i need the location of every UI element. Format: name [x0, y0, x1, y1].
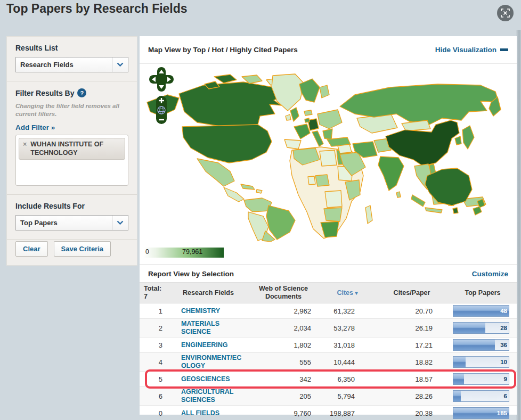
top-papers-bar-fill: [453, 374, 464, 384]
research-field-link[interactable]: ENVIRONMENT/ECOLOGY: [169, 354, 246, 370]
table-row: 4 ENVIRONMENT/ECOLOGY 555 10,444 18.82 1…: [140, 353, 517, 372]
island-tasmania[interactable]: [453, 208, 458, 213]
add-filter-link[interactable]: Add Filter »: [15, 123, 55, 131]
research-field-link[interactable]: ALL FIELDS: [169, 409, 246, 417]
top-papers-bar: 6: [453, 390, 509, 402]
top-papers-bar-fill: [453, 340, 495, 350]
country-brazil[interactable]: [266, 205, 295, 240]
page-scrollbar[interactable]: [516, 30, 521, 420]
top-papers-value: 9: [504, 374, 507, 384]
research-field-link[interactable]: AGRICULTURAL SCIENCES: [169, 388, 246, 404]
row-documents: 555: [247, 358, 320, 366]
visualization-header: Map View by Top / Hot / Highly Cited Pap…: [140, 36, 517, 64]
row-cites-per-paper: 18.57: [375, 375, 449, 383]
island-sumatra[interactable]: [411, 195, 425, 207]
region-angola-zambia[interactable]: [324, 208, 342, 221]
top-papers-value: 10: [500, 357, 507, 367]
remove-filter-icon[interactable]: ×: [23, 141, 27, 157]
row-cites-per-paper: 20.70: [375, 307, 449, 315]
filter-heading: Filter Results By: [15, 89, 74, 97]
country-new-zealand[interactable]: [473, 207, 482, 215]
column-header-cites-per-paper[interactable]: Cites/Paper: [375, 287, 449, 299]
country-spain[interactable]: [284, 139, 301, 149]
chevron-down-icon: [112, 57, 128, 72]
region-iraq-syria[interactable]: [338, 144, 352, 153]
research-field-link[interactable]: GEOSCIENCES: [169, 375, 246, 383]
column-header-wos-documents[interactable]: Web of Science Documents: [247, 283, 320, 303]
clear-button[interactable]: Clear: [15, 241, 48, 257]
filter-tag[interactable]: × WUHAN INSTITUTE OF TECHNOLOGY: [19, 138, 125, 160]
results-list-heading: Results List: [15, 44, 128, 52]
region-central-america[interactable]: [224, 187, 244, 202]
country-libya[interactable]: [320, 150, 337, 166]
country-india[interactable]: [378, 157, 404, 191]
column-header-top-papers[interactable]: Top Papers: [449, 287, 517, 299]
country-congo[interactable]: [325, 191, 342, 208]
top-papers-bar-fill: [453, 357, 466, 367]
row-documents: 2,962: [247, 307, 320, 315]
research-field-link[interactable]: CHEMISTRY: [169, 307, 246, 315]
legend-min-value: 0: [145, 248, 149, 256]
results-list-dropdown[interactable]: Research Fields: [15, 57, 128, 72]
research-field-link[interactable]: ENGINEERING: [169, 341, 246, 349]
fullscreen-button[interactable]: [497, 5, 514, 21]
country-italy[interactable]: [312, 131, 323, 146]
country-nigeria[interactable]: [315, 175, 329, 186]
report-view-title: Report View by Selection: [148, 270, 234, 278]
country-benelux[interactable]: [305, 118, 310, 122]
sort-descending-icon: ▾: [355, 290, 358, 296]
customize-link[interactable]: Customize: [472, 270, 508, 278]
globe-icon[interactable]: [158, 106, 165, 114]
country-japan[interactable]: [462, 126, 474, 149]
country-madagascar[interactable]: [365, 205, 372, 224]
country-australia[interactable]: [425, 168, 472, 205]
row-rank: 2: [140, 324, 169, 332]
row-cites: 31,018: [320, 341, 375, 349]
main-panel: Map View by Top / Hot / Highly Cited Pap…: [140, 36, 517, 415]
table-row: 2 MATERIALS SCIENCE 2,034 53,278 26.19 2…: [140, 319, 517, 337]
country-ghana[interactable]: [308, 176, 315, 185]
country-hispaniola[interactable]: [256, 190, 262, 193]
country-cuba[interactable]: [241, 184, 255, 190]
filter-note: Changing the filter field removes all cu…: [15, 102, 128, 118]
row-rank: 1: [140, 307, 169, 315]
column-header-research-fields[interactable]: Research Fields: [169, 287, 247, 299]
world-map[interactable]: [140, 71, 517, 242]
table-row: 5 GEOSCIENCES 342 6,350 18.57 9: [140, 372, 517, 387]
column-header-cites[interactable]: Cites ▾: [320, 287, 375, 299]
country-iceland[interactable]: [304, 110, 312, 116]
country-france[interactable]: [294, 124, 310, 139]
country-ireland[interactable]: [286, 114, 291, 120]
row-documents: 2,034: [247, 324, 320, 332]
country-canada[interactable]: [179, 82, 283, 127]
map-controls: [149, 67, 174, 125]
include-results-dropdown[interactable]: Top Papers: [15, 215, 128, 230]
help-icon[interactable]: ?: [77, 88, 86, 97]
save-criteria-button[interactable]: Save Criteria: [54, 241, 111, 257]
row-cites: 53,278: [320, 324, 375, 332]
country-finland[interactable]: [320, 85, 329, 98]
country-sri-lanka[interactable]: [396, 192, 401, 197]
research-field-link[interactable]: MATERIALS SCIENCE: [169, 320, 246, 336]
top-papers-value: 6: [504, 391, 507, 401]
region-eastern-europe[interactable]: [318, 110, 342, 129]
arctic-island[interactable]: [214, 75, 237, 83]
row-cites: 5,794: [320, 392, 375, 400]
country-mongolia[interactable]: [402, 120, 430, 131]
map-area: 0 79,961: [140, 64, 517, 265]
top-papers-value: 36: [500, 340, 507, 350]
row-rank: 0: [140, 409, 169, 417]
row-cites: 6,350: [320, 375, 375, 383]
island-java[interactable]: [425, 208, 442, 213]
region-balkans[interactable]: [323, 129, 332, 139]
country-usa[interactable]: [182, 125, 272, 163]
include-results-heading: Include Results For: [15, 202, 128, 210]
hide-visualization-link[interactable]: Hide Visualization: [435, 46, 508, 54]
map-view-title: Map View by Top / Hot / Highly Cited Pap…: [148, 46, 298, 54]
top-papers-bar: 48: [453, 305, 509, 317]
country-uk[interactable]: [290, 108, 299, 121]
row-documents: 342: [247, 375, 320, 383]
report-table-body: 1 CHEMISTRY 2,962 61,322 20.70 48 2 MATE…: [140, 303, 517, 420]
include-results-section: Include Results For Top Papers: [7, 195, 137, 240]
country-south-korea[interactable]: [455, 136, 461, 145]
